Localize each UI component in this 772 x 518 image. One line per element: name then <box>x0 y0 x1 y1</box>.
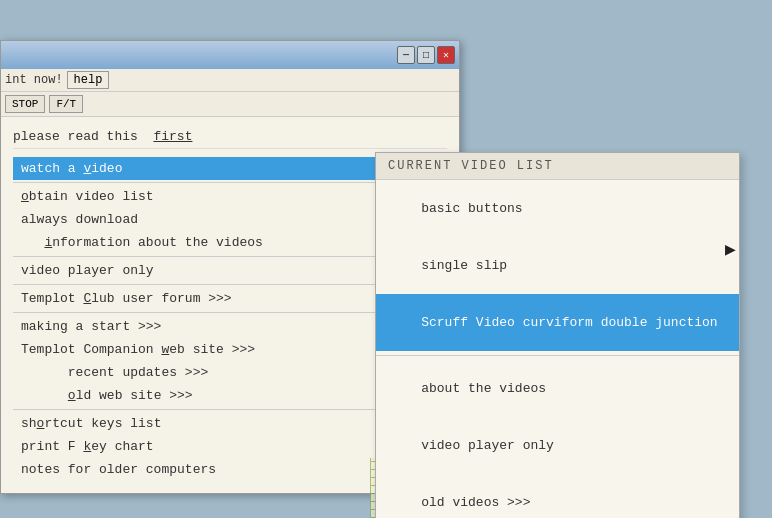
info-videos-label: information about the videos <box>21 235 263 250</box>
templot-club-label: Templot Club user forum >>> <box>21 291 232 306</box>
ft-button[interactable]: F/T <box>49 95 83 113</box>
single-slip-label: single slip <box>421 258 507 273</box>
submenu-separator-1 <box>376 355 739 356</box>
video-player-label: video player only <box>21 263 154 278</box>
notes-older-label: notes for older computers <box>21 462 216 477</box>
old-web-site-label: old web site >>> <box>21 388 193 403</box>
submenu-item-old-videos[interactable]: old videos >>> <box>376 474 739 518</box>
please-read-text: please read this first <box>13 125 447 149</box>
maximize-button[interactable]: □ <box>417 46 435 64</box>
submenu-header: CURRENT VIDEO LIST <box>376 153 739 180</box>
title-bar: ─ □ ✕ <box>1 41 459 69</box>
help-menu-button[interactable]: help <box>67 71 110 89</box>
video-submenu: CURRENT VIDEO LIST basic buttons single … <box>375 152 740 518</box>
close-button[interactable]: ✕ <box>437 46 455 64</box>
scruff-video-label: Scruff Video curviform double junction <box>421 315 717 330</box>
menu-bar: int now! help <box>1 69 459 92</box>
basic-buttons-label: basic buttons <box>421 201 522 216</box>
minimize-button[interactable]: ─ <box>397 46 415 64</box>
print-f-key-label: print F key chart <box>21 439 154 454</box>
recent-updates-label: recent updates >>> <box>21 365 208 380</box>
app-title-label: int now! <box>5 73 63 87</box>
toolbar: STOP F/T <box>1 92 459 117</box>
obtain-video-label: obtain video list <box>21 189 154 204</box>
always-download-label: always download <box>21 212 138 227</box>
about-videos-label: about the videos <box>421 381 546 396</box>
submenu-item-scruff-video[interactable]: Scruff Video curviform double junction <box>376 294 739 351</box>
templot-companion-label: Templot Companion web site >>> <box>21 342 255 357</box>
stop-button[interactable]: STOP <box>5 95 45 113</box>
old-videos-label: old videos >>> <box>421 495 530 510</box>
watch-video-label: watch a video <box>21 161 122 176</box>
submenu-item-about-videos[interactable]: about the videos <box>376 360 739 417</box>
submenu-item-video-player-only[interactable]: video player only <box>376 417 739 474</box>
making-start-label: making a start >>> <box>21 319 161 334</box>
video-player-only-label: video player only <box>421 438 554 453</box>
shortcut-keys-label: shortcut keys list <box>21 416 161 431</box>
submenu-item-basic-buttons[interactable]: basic buttons <box>376 180 739 237</box>
submenu-item-single-slip[interactable]: single slip <box>376 237 739 294</box>
